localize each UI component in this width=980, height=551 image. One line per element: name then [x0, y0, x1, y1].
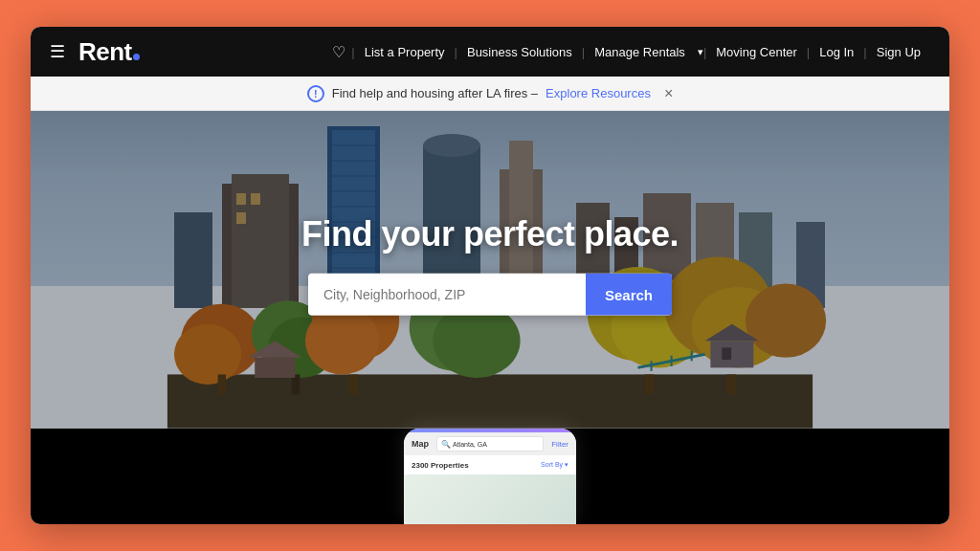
phone-filter-button[interactable]: Filter [551, 440, 568, 449]
signup-link[interactable]: Sign Up [867, 45, 930, 59]
business-solutions-link[interactable]: Business Solutions [457, 45, 582, 59]
hamburger-icon[interactable]: ☰ [50, 41, 65, 62]
phone-search-bar[interactable]: 🔍 Atlanta, GA [436, 436, 544, 452]
search-input[interactable] [308, 274, 586, 316]
explore-resources-link[interactable]: Explore Resources [546, 86, 651, 100]
phone-sort-button[interactable]: Sort By ▾ [541, 461, 568, 469]
logo-dot [133, 54, 140, 60]
search-button[interactable]: Search [586, 274, 672, 316]
list-property-link[interactable]: List a Property [355, 45, 455, 59]
phone-results-bar: 2300 Properties Sort By ▾ [404, 455, 576, 474]
search-bar: Search [308, 274, 672, 316]
black-section: Map 🔍 Atlanta, GA Filter 2300 Properties… [31, 429, 949, 524]
close-icon[interactable]: × [664, 85, 673, 102]
announcement-icon: ! [307, 85, 324, 102]
phone-search-text: Atlanta, GA [453, 441, 487, 448]
phone-mockup: Map 🔍 Atlanta, GA Filter 2300 Properties… [404, 429, 576, 524]
logo[interactable]: Rent [78, 37, 140, 67]
phone-map-tab[interactable]: Map [412, 439, 429, 449]
announcement-text: Find help and housing after LA fires – [332, 86, 538, 100]
hero-content: Find your perfect place. Search [31, 214, 949, 316]
heart-icon[interactable]: ♡ [326, 43, 351, 61]
phone-top-bar: Map 🔍 Atlanta, GA Filter [404, 432, 576, 455]
hero-title: Find your perfect place. [31, 214, 949, 254]
login-link[interactable]: Log In [810, 45, 863, 59]
hero-section: Find your perfect place. Search [31, 111, 949, 429]
navbar: ☰ Rent ♡ | List a Property | Business So… [31, 27, 949, 77]
nav-right: ♡ | List a Property | Business Solutions… [326, 43, 930, 61]
phone-search-icon: 🔍 [441, 440, 451, 449]
logo-text: Rent [78, 37, 132, 67]
nav-left: ☰ Rent [50, 37, 140, 67]
manage-rentals-dropdown[interactable]: Manage Rentals ▾ [585, 45, 703, 59]
phone-property-count: 2300 Properties [412, 461, 469, 470]
browser-window: ☰ Rent ♡ | List a Property | Business So… [31, 27, 949, 524]
moving-center-link[interactable]: Moving Center [706, 45, 807, 59]
manage-rentals-label: Manage Rentals [585, 45, 695, 59]
announcement-bar: ! Find help and housing after LA fires –… [31, 77, 949, 111]
phone-map-area [404, 474, 576, 524]
